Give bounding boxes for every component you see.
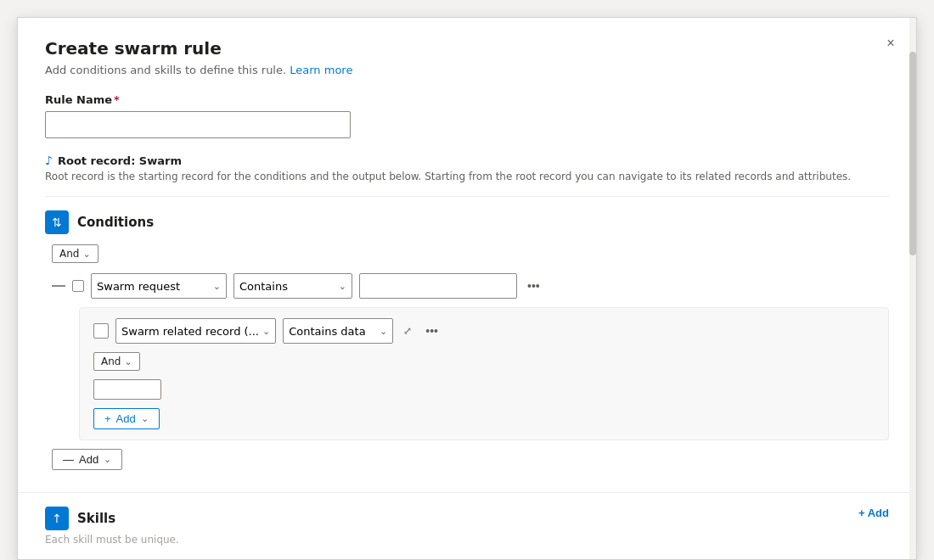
conditions-area: And ⌄ Swarm request ⌄ Contains bbox=[45, 244, 889, 470]
condition-dash bbox=[52, 285, 65, 287]
nested-condition-row: Swarm related record (... ⌄ Contains dat… bbox=[93, 318, 875, 344]
nested-expand-button[interactable]: ⤢ bbox=[400, 323, 415, 339]
conditions-icon: ⇅ bbox=[52, 216, 62, 229]
nested-ellipsis-button[interactable]: ••• bbox=[422, 322, 442, 339]
field-selector[interactable]: Swarm request ⌄ bbox=[91, 273, 227, 299]
field-selector-label: Swarm request bbox=[97, 280, 180, 293]
nested-checkbox[interactable] bbox=[93, 323, 109, 339]
scrollbar-track[interactable] bbox=[909, 18, 916, 559]
dialog-header: × Create swarm rule Add conditions and s… bbox=[18, 18, 916, 76]
rule-name-field: Rule Name* bbox=[45, 93, 889, 138]
root-record-icon: ♪ bbox=[45, 154, 53, 167]
rule-name-label: Rule Name* bbox=[45, 93, 889, 106]
add-condition-chevron: ⌄ bbox=[104, 454, 111, 465]
conditions-title: Conditions bbox=[77, 215, 154, 230]
and-dropdown[interactable]: And ⌄ bbox=[52, 244, 98, 263]
operator-chevron-icon: ⌄ bbox=[339, 281, 346, 292]
conditions-icon-box: ⇅ bbox=[45, 210, 69, 234]
nested-and-row: And ⌄ bbox=[93, 352, 875, 371]
main-condition-row: Swarm request ⌄ Contains ⌄ ••• bbox=[52, 273, 889, 299]
conditions-section: ⇅ Conditions And ⌄ Swarm request bbox=[45, 210, 889, 470]
rule-name-input[interactable] bbox=[45, 111, 351, 138]
skills-icon-box: ↑ bbox=[45, 507, 69, 530]
add-condition-button[interactable]: — Add ⌄ bbox=[52, 449, 122, 470]
nested-field-label: Swarm related record (... bbox=[121, 325, 259, 338]
field-chevron-icon: ⌄ bbox=[213, 281, 221, 292]
root-record-section: ♪ Root record: Swarm Root record is the … bbox=[45, 154, 889, 182]
skills-title: Skills bbox=[77, 511, 115, 526]
nested-field-chevron: ⌄ bbox=[262, 326, 270, 337]
conditions-header: ⇅ Conditions bbox=[45, 210, 889, 234]
condition-checkbox[interactable] bbox=[72, 280, 84, 292]
nested-condition-block: Swarm related record (... ⌄ Contains dat… bbox=[79, 307, 889, 440]
nested-add-chevron: ⌄ bbox=[141, 413, 149, 424]
nested-input-row bbox=[93, 379, 875, 400]
divider-1 bbox=[45, 196, 889, 197]
add-condition-dash: — bbox=[63, 453, 74, 466]
nested-and-dropdown[interactable]: And ⌄ bbox=[93, 352, 140, 371]
and-chevron-icon: ⌄ bbox=[82, 249, 90, 260]
condition-ellipsis-button[interactable]: ••• bbox=[524, 277, 543, 294]
operator-selector-label: Contains bbox=[239, 280, 288, 293]
dialog-body: Rule Name* ♪ Root record: Swarm Root rec… bbox=[18, 76, 916, 492]
skills-section: ↑ Skills Each skill must be unique. + Ad… bbox=[18, 492, 916, 559]
condition-value-input[interactable] bbox=[359, 273, 517, 299]
dialog-title: Create swarm rule bbox=[45, 38, 889, 59]
nested-and-chevron: ⌄ bbox=[124, 356, 132, 367]
nested-field-selector[interactable]: Swarm related record (... ⌄ bbox=[115, 318, 276, 344]
skills-info: ↑ Skills Each skill must be unique. bbox=[45, 507, 179, 546]
operator-selector[interactable]: Contains ⌄ bbox=[234, 273, 352, 299]
skills-header: ↑ Skills bbox=[45, 507, 179, 530]
root-record-label: ♪ Root record: Swarm bbox=[45, 154, 889, 167]
nested-operator-label: Contains data bbox=[289, 325, 365, 338]
nested-value-input[interactable] bbox=[93, 379, 161, 400]
close-button[interactable]: × bbox=[879, 31, 903, 55]
skills-add-button[interactable]: + Add bbox=[858, 507, 889, 519]
nested-add-row: + Add ⌄ bbox=[93, 408, 875, 429]
scrollbar-thumb[interactable] bbox=[909, 52, 916, 255]
create-swarm-rule-dialog: × Create swarm rule Add conditions and s… bbox=[17, 17, 917, 560]
root-record-description: Root record is the starting record for t… bbox=[45, 171, 889, 182]
nested-add-plus-icon: + bbox=[104, 412, 111, 425]
nested-add-button[interactable]: + Add ⌄ bbox=[93, 408, 160, 429]
learn-more-link[interactable]: Learn more bbox=[290, 64, 352, 76]
dialog-subtitle: Add conditions and skills to define this… bbox=[45, 64, 889, 76]
skills-icon: ↑ bbox=[52, 512, 62, 525]
skills-description: Each skill must be unique. bbox=[45, 534, 179, 546]
nested-operator-chevron: ⌄ bbox=[380, 326, 387, 337]
nested-operator-selector[interactable]: Contains data ⌄ bbox=[283, 318, 393, 344]
